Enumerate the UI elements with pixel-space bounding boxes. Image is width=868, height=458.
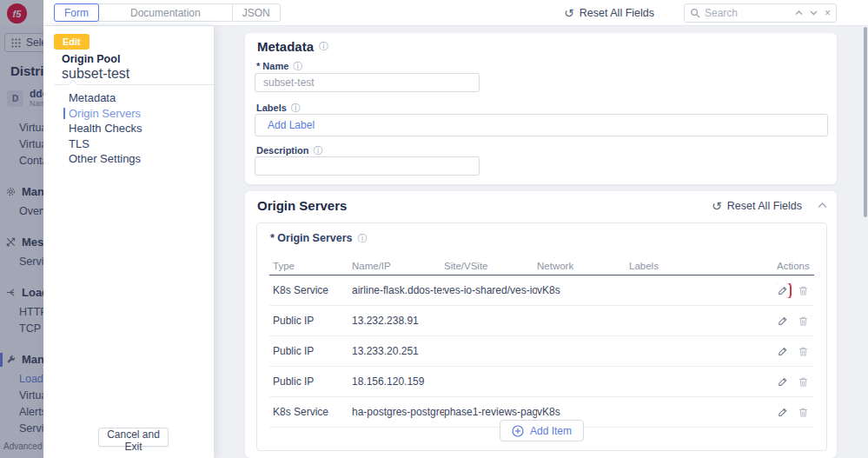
trash-icon [798, 285, 809, 296]
name-field-label: * Name ⓘ [256, 61, 302, 71]
search-box[interactable]: × [684, 3, 837, 23]
tab-documentation[interactable]: Documentation [98, 3, 233, 22]
column-header: Type [269, 261, 352, 271]
cell-type: K8s Service [269, 406, 352, 418]
edit-badge: Edit [54, 34, 89, 50]
origin-server-row: Public IP18.156.120.159 [269, 367, 814, 397]
chevron-down-icon[interactable] [810, 10, 818, 16]
metadata-card: Metadata ⓘ * Name ⓘ Labels ⓘ Add Label D… [245, 33, 837, 184]
editor-nav-health-checks[interactable]: Health Checks [43, 121, 214, 136]
tab-json[interactable]: JSON [232, 3, 281, 22]
add-circle-icon [512, 425, 524, 437]
metadata-title: Metadata ⓘ [257, 39, 825, 54]
editor-nav-other-settings[interactable]: Other Settings [43, 151, 214, 167]
reset-icon: ↺ [712, 200, 722, 212]
info-icon[interactable]: ⓘ [319, 42, 328, 51]
name-input[interactable] [255, 73, 480, 92]
top-bar: FormDocumentationJSON ↺ Reset All Fields… [43, 0, 868, 26]
edit-row-button[interactable] [777, 344, 790, 359]
labels-input-area[interactable]: Add Label [255, 114, 828, 136]
view-tabs: FormDocumentationJSON [54, 3, 281, 22]
object-type-label: Origin Pool [62, 53, 120, 65]
tab-form[interactable]: Form [54, 3, 99, 22]
panel-divider [54, 84, 214, 85]
name-label-text: * Name [256, 61, 288, 71]
origin-servers-title: Origin Servers [257, 198, 347, 213]
page-scrollbar-thumb[interactable] [864, 27, 867, 217]
info-icon[interactable]: ⓘ [291, 103, 301, 113]
edit-row-button[interactable] [777, 405, 790, 420]
description-label-text: Description [256, 145, 309, 156]
pencil-icon [777, 285, 788, 296]
origin-servers-table: TypeName/IPSite/VSiteNetworkLabelsAction… [269, 256, 814, 428]
origin-reset-label: Reset All Fields [727, 200, 802, 212]
cell-site-vsite: ves-io-shared/ves-io-... [444, 284, 537, 296]
cell-name-ip: 18.156.120.159 [352, 375, 444, 388]
column-header: Labels [629, 261, 777, 271]
delete-row-button[interactable] [796, 375, 811, 389]
cell-name-ip: 13.232.238.91 [352, 315, 444, 327]
add-label-placeholder[interactable]: Add Label [268, 119, 315, 131]
origin-servers-field-label: * Origin Servers ⓘ [269, 232, 814, 244]
row-actions [777, 375, 814, 389]
editor-nav-tls[interactable]: TLS [43, 136, 214, 152]
column-header: Network [537, 261, 629, 271]
delete-row-button[interactable] [796, 405, 811, 420]
metadata-title-text: Metadata [257, 39, 314, 54]
table-header-row: TypeName/IPSite/VSiteNetworkLabelsAction… [269, 256, 814, 275]
origin-server-row: Public IP13.232.238.91 [269, 306, 814, 336]
reset-all-fields-button[interactable]: ↺ Reset All Fields [564, 0, 654, 26]
editor-panel: Edit Origin Pool subset-test MetadataOri… [43, 26, 214, 458]
collapse-section-icon[interactable] [818, 202, 827, 209]
chevron-up-icon[interactable] [795, 10, 803, 16]
description-input[interactable] [255, 156, 480, 176]
row-actions [777, 405, 814, 420]
cancel-and-exit-button[interactable]: Cancel and Exit [98, 428, 169, 447]
cell-network: vK8s [537, 406, 629, 418]
cell-type: K8s Service [269, 284, 352, 296]
info-icon[interactable]: ⓘ [314, 146, 323, 156]
pencil-icon [777, 315, 788, 327]
origin-server-row: Public IP13.233.20.251 [269, 336, 814, 367]
search-input[interactable] [705, 7, 791, 19]
cell-type: Public IP [269, 345, 352, 357]
close-icon[interactable]: × [825, 8, 831, 18]
origin-reset-all-fields-button[interactable]: ↺ Reset All Fields [712, 200, 802, 212]
cell-name-ip: airline-flask.ddos-test... [352, 284, 444, 296]
cell-name-ip: ha-postgres-postgres... [352, 406, 444, 418]
origin-servers-fieldset: * Origin Servers ⓘ TypeName/IPSite/VSite… [256, 222, 827, 451]
info-icon[interactable]: ⓘ [358, 234, 368, 243]
cell-type: Public IP [269, 375, 352, 388]
description-field-label: Description ⓘ [256, 145, 323, 156]
add-item-label: Add Item [530, 425, 572, 437]
editor-nav-metadata[interactable]: Metadata [43, 90, 214, 106]
trash-icon [798, 315, 809, 327]
labels-field-label: Labels ⓘ [256, 103, 301, 113]
trash-icon [798, 346, 809, 357]
cell-network: vK8s [537, 284, 629, 296]
delete-row-button[interactable] [796, 314, 811, 329]
origin-servers-title-text: Origin Servers [257, 198, 347, 213]
pencil-icon [777, 346, 788, 357]
edit-row-button[interactable] [777, 283, 790, 298]
reset-all-fields-label: Reset All Fields [580, 7, 654, 19]
column-header: Actions [777, 261, 815, 271]
edit-row-button[interactable] [777, 375, 790, 389]
labels-label-text: Labels [256, 103, 287, 113]
reset-icon: ↺ [564, 7, 574, 19]
pencil-icon [777, 376, 788, 388]
trash-icon [798, 407, 809, 418]
delete-row-button[interactable] [796, 344, 811, 359]
cell-type: Public IP [269, 315, 352, 327]
column-header: Name/IP [352, 261, 444, 271]
trash-icon [798, 376, 809, 388]
add-item-button[interactable]: Add Item [500, 420, 584, 441]
editor-nav-origin-servers[interactable]: Origin Servers [43, 106, 214, 122]
info-icon[interactable]: ⓘ [293, 62, 302, 71]
search-icon [690, 8, 700, 18]
origin-servers-field-label-text: * Origin Servers [270, 232, 353, 244]
origin-servers-card: Origin Servers ↺ Reset All Fields * Orig… [245, 191, 837, 458]
delete-row-button[interactable] [796, 283, 811, 298]
edit-row-button[interactable] [777, 314, 790, 329]
row-actions [777, 344, 814, 359]
